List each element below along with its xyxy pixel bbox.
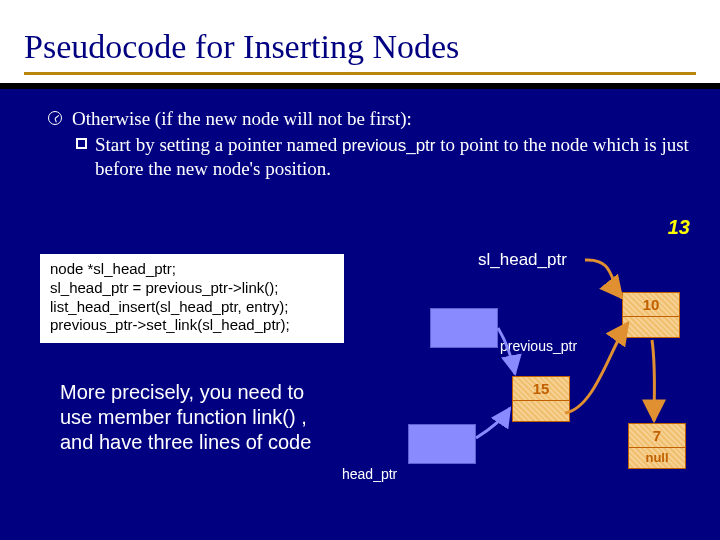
bullet-sub-text: Start by setting a pointer named previou… bbox=[95, 133, 692, 181]
node-15: 15 bbox=[512, 376, 570, 422]
node-10-val: 10 bbox=[623, 293, 679, 317]
node-15-link bbox=[513, 401, 569, 421]
bullet-main: Otherwise (if the new node will not be f… bbox=[48, 107, 692, 131]
node-10: 10 bbox=[622, 292, 680, 338]
head-ptr-label: head_ptr bbox=[342, 466, 397, 482]
bullet-sub-code: previous_ptr bbox=[342, 136, 436, 155]
precise-note: More precisely, you need to use member f… bbox=[60, 380, 320, 455]
node-7: 7 null bbox=[628, 423, 686, 469]
content: Otherwise (if the new node will not be f… bbox=[0, 89, 720, 180]
slide-title: Pseudocode for Inserting Nodes bbox=[24, 28, 696, 66]
node-10-link bbox=[623, 317, 679, 337]
previous-ptr-box bbox=[430, 308, 498, 348]
bullet-sub: Start by setting a pointer named previou… bbox=[76, 133, 692, 181]
code-line-1: node *sl_head_ptr; bbox=[50, 260, 334, 279]
previous-ptr-label: previous_ptr bbox=[500, 338, 577, 354]
diagram: sl_head_ptr previous_ptr head_ptr 10 15 … bbox=[360, 248, 700, 528]
code-line-2: sl_head_ptr = previous_ptr->link(); bbox=[50, 279, 334, 298]
code-line-4: previous_ptr->set_link(sl_head_ptr); bbox=[50, 316, 334, 335]
annotation-13: 13 bbox=[668, 216, 690, 239]
square-icon bbox=[76, 138, 87, 149]
title-area: Pseudocode for Inserting Nodes bbox=[0, 0, 720, 83]
node-7-link: null bbox=[629, 448, 685, 468]
code-box: node *sl_head_ptr; sl_head_ptr = previou… bbox=[40, 254, 344, 343]
node-15-val: 15 bbox=[513, 377, 569, 401]
bullet-sub-prefix: Start by setting a pointer named bbox=[95, 134, 342, 155]
head-ptr-box bbox=[408, 424, 476, 464]
bullet-main-text: Otherwise (if the new node will not be f… bbox=[72, 107, 412, 131]
clock-icon bbox=[48, 111, 62, 125]
rule-gold bbox=[24, 72, 696, 75]
node-7-val: 7 bbox=[629, 424, 685, 448]
code-line-3: list_head_insert(sl_head_ptr, entry); bbox=[50, 298, 334, 317]
sl-head-ptr-label: sl_head_ptr bbox=[478, 250, 567, 270]
